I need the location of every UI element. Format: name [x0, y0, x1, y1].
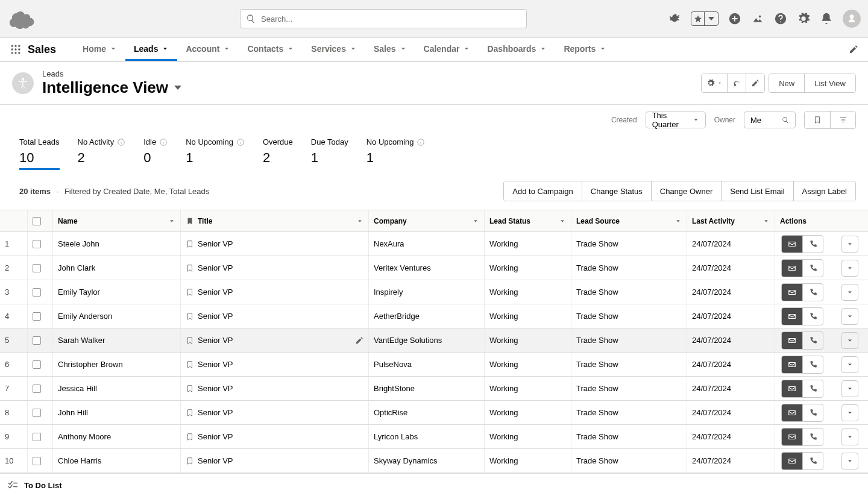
- cell-name[interactable]: Emily Anderson: [53, 304, 181, 328]
- cell-company[interactable]: PulseNova: [369, 353, 485, 376]
- row-more-button[interactable]: [841, 236, 858, 253]
- stat-overdue[interactable]: Overdue 2: [263, 135, 293, 170]
- nav-tab-home[interactable]: Home: [74, 38, 125, 61]
- app-launcher-icon[interactable]: [10, 43, 22, 55]
- col-select-all[interactable]: [28, 210, 53, 231]
- row-select[interactable]: [28, 377, 53, 400]
- cell-title[interactable]: Senior VP: [181, 304, 369, 328]
- email-button[interactable]: [782, 404, 802, 421]
- row-select[interactable]: [28, 328, 53, 352]
- email-button[interactable]: [782, 332, 802, 349]
- cell-status[interactable]: Working: [485, 353, 571, 376]
- row-more-button[interactable]: [841, 308, 858, 325]
- cell-last-activity[interactable]: 24/07/2024: [687, 353, 775, 376]
- stat-due-today[interactable]: Due Today 1: [311, 135, 348, 170]
- stat-no-activity[interactable]: No Activity 2: [78, 135, 126, 170]
- nav-tab-reports[interactable]: Reports: [555, 38, 615, 61]
- cell-title[interactable]: Senior VP: [181, 280, 369, 304]
- call-button[interactable]: [802, 236, 823, 253]
- cell-name[interactable]: Chloe Harris: [53, 449, 181, 473]
- cell-source[interactable]: Trade Show: [571, 353, 687, 376]
- cell-company[interactable]: Lyricon Labs: [369, 425, 485, 448]
- cell-status[interactable]: Working: [485, 280, 571, 304]
- cell-company[interactable]: VantEdge Solutions: [369, 328, 485, 352]
- col-last-activity[interactable]: Last Activity: [687, 210, 775, 231]
- cell-company[interactable]: OpticRise: [369, 401, 485, 424]
- list-settings-button[interactable]: [702, 74, 727, 92]
- cell-source[interactable]: Trade Show: [571, 304, 687, 328]
- cell-name[interactable]: John Clark: [53, 256, 181, 280]
- cell-company[interactable]: AetherBridge: [369, 304, 485, 328]
- col-company[interactable]: Company: [369, 210, 485, 231]
- cell-source[interactable]: Trade Show: [571, 232, 687, 256]
- cell-title[interactable]: Senior VP: [181, 353, 369, 376]
- bookmark-button[interactable]: [805, 111, 830, 128]
- row-more-button[interactable]: [841, 356, 858, 373]
- call-button[interactable]: [802, 260, 823, 277]
- owner-picklist[interactable]: Me: [744, 111, 796, 128]
- cell-last-activity[interactable]: 24/07/2024: [687, 304, 775, 328]
- call-button[interactable]: [802, 380, 823, 397]
- email-button[interactable]: [782, 236, 802, 253]
- cell-status[interactable]: Working: [485, 377, 571, 400]
- cell-company[interactable]: NexAura: [369, 232, 485, 256]
- stat-total-leads[interactable]: Total Leads 10: [19, 135, 60, 170]
- email-button[interactable]: [782, 453, 802, 469]
- favorite-star-button[interactable]: [691, 12, 705, 25]
- search-input[interactable]: [240, 9, 527, 28]
- cell-status[interactable]: Working: [485, 425, 571, 448]
- nav-tab-leads[interactable]: Leads: [125, 38, 177, 61]
- row-select[interactable]: [28, 425, 53, 448]
- cell-title[interactable]: Senior VP: [181, 377, 369, 400]
- row-more-button[interactable]: [841, 404, 858, 421]
- edit-nav-icon[interactable]: [849, 45, 858, 54]
- help-icon[interactable]: [774, 12, 787, 25]
- call-button[interactable]: [802, 453, 823, 469]
- cell-last-activity[interactable]: 24/07/2024: [687, 377, 775, 400]
- notifications-icon[interactable]: [820, 12, 833, 25]
- cell-company[interactable]: Inspirely: [369, 280, 485, 304]
- action-change-status[interactable]: Change Status: [582, 181, 651, 201]
- todo-list-button[interactable]: To Do List: [24, 481, 62, 490]
- call-button[interactable]: [802, 404, 823, 421]
- cell-last-activity[interactable]: 24/07/2024: [687, 280, 775, 304]
- new-button[interactable]: New: [769, 74, 804, 92]
- call-button[interactable]: [802, 356, 823, 373]
- col-lead-source[interactable]: Lead Source: [571, 210, 687, 231]
- row-select[interactable]: [28, 304, 53, 328]
- stat-no-upcoming[interactable]: No Upcoming 1: [186, 135, 245, 170]
- row-select[interactable]: [28, 353, 53, 376]
- cell-source[interactable]: Trade Show: [571, 449, 687, 473]
- cell-company[interactable]: Veritex Ventures: [369, 256, 485, 280]
- cell-title[interactable]: Senior VP: [181, 401, 369, 424]
- cell-name[interactable]: Sarah Walker: [53, 328, 181, 352]
- cell-company[interactable]: BrightStone: [369, 377, 485, 400]
- list-view-button[interactable]: List View: [804, 74, 855, 92]
- nav-tab-sales[interactable]: Sales: [365, 38, 415, 61]
- setup-bug-icon[interactable]: [668, 12, 681, 25]
- cell-source[interactable]: Trade Show: [571, 328, 687, 352]
- row-more-button[interactable]: [841, 429, 858, 445]
- cell-name[interactable]: Steele John: [53, 232, 181, 256]
- add-icon[interactable]: [728, 12, 741, 25]
- cell-last-activity[interactable]: 24/07/2024: [687, 328, 775, 352]
- email-button[interactable]: [782, 356, 802, 373]
- cell-name[interactable]: Emily Taylor: [53, 280, 181, 304]
- col-lead-status[interactable]: Lead Status: [485, 210, 571, 231]
- edit-icon[interactable]: [355, 336, 363, 345]
- row-select[interactable]: [28, 256, 53, 280]
- call-button[interactable]: [802, 429, 823, 445]
- refresh-button[interactable]: [727, 74, 746, 92]
- cell-company[interactable]: Skyway Dynamics: [369, 449, 485, 473]
- stat-no-upcoming[interactable]: No Upcoming 1: [366, 135, 426, 170]
- cell-source[interactable]: Trade Show: [571, 256, 687, 280]
- cell-name[interactable]: John Hill: [53, 401, 181, 424]
- col-title[interactable]: Title: [181, 210, 369, 231]
- row-select[interactable]: [28, 401, 53, 424]
- cell-source[interactable]: Trade Show: [571, 280, 687, 304]
- email-button[interactable]: [782, 284, 802, 301]
- action-send-list-email[interactable]: Send List Email: [721, 181, 793, 201]
- row-more-button[interactable]: [841, 284, 858, 301]
- row-more-button[interactable]: [841, 380, 858, 397]
- cell-last-activity[interactable]: 24/07/2024: [687, 256, 775, 280]
